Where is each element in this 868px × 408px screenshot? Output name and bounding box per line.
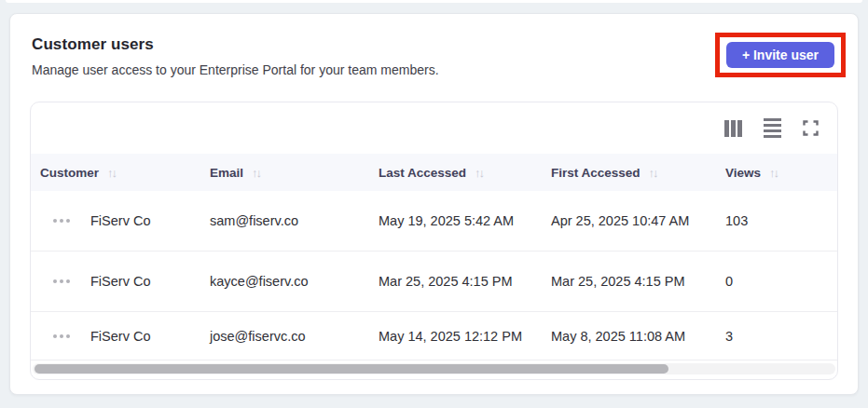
fullscreen-icon[interactable] <box>803 120 819 136</box>
last-accessed-cell: May 14, 2025 12:12 PM <box>369 329 542 344</box>
customer-cell: FiServ Co <box>31 274 200 289</box>
table-header-row: Customer ↑↓ Email ↑↓ Last Accessed ↑↓ Fi… <box>31 154 837 191</box>
column-header-last-accessed[interactable]: Last Accessed ↑↓ <box>369 166 542 180</box>
table-row: FiServ Co kayce@fiserv.co Mar 25, 2025 4… <box>31 252 837 312</box>
first-accessed-cell: Mar 25, 2025 4:15 PM <box>542 274 716 289</box>
top-edge-strip <box>6 0 862 3</box>
column-header-email[interactable]: Email ↑↓ <box>200 166 369 180</box>
last-accessed-cell: May 19, 2025 5:42 AM <box>369 213 542 228</box>
column-header-label: Customer <box>40 166 99 180</box>
views-cell: 3 <box>716 329 837 344</box>
invite-user-button[interactable]: + Invite user <box>726 42 834 68</box>
table-row: FiServ Co jose@fiservc.co May 14, 2025 1… <box>31 312 837 360</box>
last-accessed-cell: Mar 25, 2025 4:15 PM <box>369 274 542 289</box>
users-table: Customer ↑↓ Email ↑↓ Last Accessed ↑↓ Fi… <box>30 102 838 380</box>
page-title: Customer users <box>32 35 591 54</box>
column-header-label: Last Accessed <box>379 166 466 180</box>
row-actions-menu-icon[interactable] <box>53 334 72 338</box>
first-accessed-cell: May 8, 2025 11:08 AM <box>542 329 716 344</box>
customer-name: FiServ Co <box>90 274 150 289</box>
horizontal-scrollbar[interactable] <box>33 363 835 374</box>
columns-icon[interactable] <box>724 120 742 137</box>
sort-icon: ↑↓ <box>649 166 659 180</box>
customer-name: FiServ Co <box>90 213 150 228</box>
sort-icon: ↑↓ <box>252 166 262 180</box>
column-header-customer[interactable]: Customer ↑↓ <box>31 166 200 180</box>
sort-icon: ↑↓ <box>475 166 485 180</box>
column-header-label: First Accessed <box>551 166 641 180</box>
table-toolbar <box>31 102 837 154</box>
row-actions-menu-icon[interactable] <box>53 279 72 283</box>
column-header-label: Email <box>210 166 243 180</box>
row-density-icon-glyph <box>764 117 781 139</box>
fullscreen-icon-glyph <box>803 120 819 136</box>
horizontal-scrollbar-thumb[interactable] <box>34 364 668 374</box>
row-actions-menu-icon[interactable] <box>53 219 72 223</box>
views-cell: 0 <box>716 274 837 289</box>
table-row: FiServ Co sam@fiserv.co May 19, 2025 5:4… <box>31 191 837 252</box>
column-header-views[interactable]: Views ↑↓ <box>716 166 837 180</box>
sort-icon: ↑↓ <box>107 166 117 180</box>
sort-icon: ↑↓ <box>769 166 779 180</box>
annotation-highlight-box: + Invite user <box>715 33 846 77</box>
email-cell: jose@fiservc.co <box>200 329 369 344</box>
customer-cell: FiServ Co <box>31 329 200 344</box>
customer-name: FiServ Co <box>90 329 150 344</box>
email-cell: sam@fiserv.co <box>200 213 369 228</box>
column-header-label: Views <box>725 166 761 180</box>
customer-cell: FiServ Co <box>31 213 200 228</box>
columns-icon-glyph <box>724 120 742 137</box>
card-heading: Customer users Manage user access to you… <box>32 35 591 77</box>
customer-users-card: Customer users Manage user access to you… <box>9 13 859 395</box>
page-subtitle: Manage user access to your Enterprise Po… <box>32 62 591 77</box>
row-density-icon[interactable] <box>764 117 781 139</box>
first-accessed-cell: Apr 25, 2025 10:47 AM <box>542 213 716 228</box>
column-header-first-accessed[interactable]: First Accessed ↑↓ <box>542 166 716 180</box>
views-cell: 103 <box>716 213 837 228</box>
email-cell: kayce@fiserv.co <box>200 274 369 289</box>
